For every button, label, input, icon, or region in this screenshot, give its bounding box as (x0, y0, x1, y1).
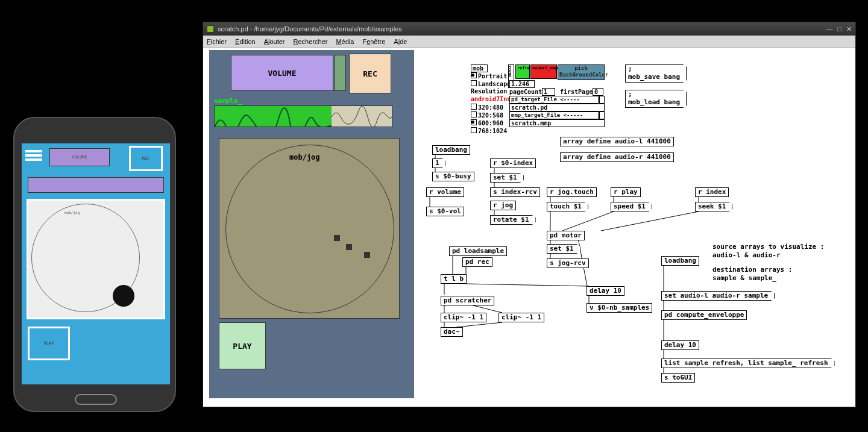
listrefresh-msg[interactable]: list sample refresh, list sample_ refres… (661, 358, 835, 368)
s-vol-obj[interactable]: s $0-vol (426, 207, 464, 216)
svg-line-20 (473, 305, 502, 313)
menu-window[interactable]: Fenêtre (362, 38, 385, 45)
gui-panel: VOLUME REC sample_ mob/jog (209, 50, 414, 398)
setaudio-msg[interactable]: set audio-l audio-r sample (661, 291, 775, 301)
r-play-obj[interactable]: r play (611, 187, 641, 197)
pd-compute-obj[interactable]: pd compute_enveloppe (661, 310, 747, 320)
res1-check[interactable] (471, 104, 477, 110)
mob-load-msg[interactable]: ;mob_load bang (625, 90, 687, 108)
menu-edit[interactable]: Édition (235, 38, 256, 45)
s-jogrcv-obj[interactable]: s jog-rcv (547, 258, 589, 268)
phone-jog-dot (113, 285, 134, 307)
res2-check[interactable] (471, 111, 477, 117)
jog-container: mob/jog (219, 138, 400, 319)
phone-volume-button[interactable]: VOLUME (49, 148, 110, 166)
pd-scratcher-obj[interactable]: pd scratcher (441, 296, 494, 305)
phone-jog-label: mob/jog (64, 210, 80, 214)
menu-media[interactable]: Média (336, 38, 354, 45)
res3-check[interactable] (471, 119, 477, 125)
menu-add[interactable]: Ajouter (264, 38, 285, 45)
landscape-check[interactable] (471, 80, 477, 86)
device-label: android7Inch (471, 96, 514, 102)
titlebar[interactable]: scratch.pd - /home/jyg/Documents/Pd/exte… (203, 22, 855, 36)
svg-line-11 (601, 211, 699, 231)
jog-dot (364, 252, 370, 258)
mob-label: mob (471, 64, 488, 72)
pd-rec-obj[interactable]: pd rec (462, 257, 492, 267)
volume-side[interactable] (334, 55, 346, 91)
r-index2-obj[interactable]: r index (695, 187, 729, 197)
s-indexrcv-obj[interactable]: s index-rcv (490, 187, 540, 197)
menu-file[interactable]: Fichier (207, 38, 227, 45)
pd-window: scratch.pd - /home/jyg/Documents/Pd/exte… (203, 22, 856, 407)
rec-button[interactable]: REC (349, 54, 391, 93)
firstpage-value[interactable]: 0 (593, 88, 603, 96)
export-button[interactable]: export_mmp (530, 64, 557, 79)
phone-rec-button[interactable]: REC (129, 146, 163, 171)
phone-waveform (28, 177, 164, 193)
reset-bang[interactable] (599, 96, 605, 104)
play-button[interactable]: PLAY (219, 322, 266, 369)
phone-screen: VOLUME REC mob/jog PLAY (22, 143, 170, 384)
speed-msg[interactable]: speed $1 (611, 202, 652, 211)
hamburger-icon[interactable] (25, 148, 42, 161)
r-jog-obj[interactable]: r jog (490, 201, 516, 210)
r-jogtouch-obj[interactable]: r jog.touch (547, 187, 597, 197)
refresh-button[interactable]: refresh (515, 64, 530, 79)
arraydef-l-obj[interactable]: array define audio-l 441000 (560, 137, 674, 146)
pick-bgcolor-button[interactable]: pickBackGroundColor (558, 64, 605, 80)
touch-msg[interactable]: touch $1 (547, 202, 588, 211)
close-icon[interactable]: ✕ (846, 25, 852, 33)
mob-save-msg[interactable]: ;mob_save bang (625, 64, 687, 83)
pagecount-value[interactable]: 1 (542, 88, 555, 96)
menu-search[interactable]: Rechercher (294, 38, 328, 45)
clip2-obj[interactable]: clip~ -1 1 (498, 313, 544, 322)
mmp-target-value[interactable]: scratch.mmp (509, 119, 605, 127)
jog-label: mob/jog (289, 153, 320, 161)
pagecount-label: pageCount (509, 89, 542, 95)
r-index-obj[interactable]: r $0-index (490, 158, 536, 168)
pd-motor-obj[interactable]: pd motor (547, 231, 585, 240)
loadbang-obj[interactable]: loadbang (432, 145, 470, 155)
clip1-obj[interactable]: clip~ -1 1 (441, 313, 486, 322)
menu-help[interactable]: Aide (394, 38, 407, 45)
waveform-display[interactable] (214, 105, 392, 127)
phone-home-button[interactable] (75, 394, 117, 405)
maximize-icon[interactable]: □ (837, 25, 841, 33)
mmp-target-label: mmp_target_File <----- browse (509, 111, 599, 119)
svg-line-22 (466, 284, 589, 286)
rotate-msg[interactable]: rotate $1 (490, 215, 536, 225)
browse-bang[interactable] (599, 111, 605, 119)
dac-obj[interactable]: dac~ (441, 327, 463, 337)
svg-line-21 (456, 322, 502, 327)
res4-check[interactable] (471, 127, 477, 133)
jog-dot (346, 244, 352, 250)
seek-msg[interactable]: seek $1 (695, 202, 732, 211)
zoom-value[interactable]: 1.246 (509, 80, 535, 88)
v-nbsamples-obj[interactable]: v $0-nb_samples (587, 303, 652, 313)
phone-play-button[interactable]: PLAY (28, 327, 70, 360)
volume-button[interactable]: VOLUME (231, 55, 333, 91)
loadbang2-obj[interactable]: loadbang (661, 256, 699, 266)
r-volume-obj[interactable]: r volume (426, 187, 464, 197)
jog-wheel[interactable] (225, 145, 394, 313)
one-msg[interactable]: 1 (432, 158, 446, 168)
set1-msg[interactable]: set $1 (490, 173, 524, 183)
minimize-icon[interactable]: — (826, 25, 832, 33)
window-title: scratch.pd - /home/jyg/Documents/Pd/exte… (218, 25, 402, 33)
pd-canvas[interactable]: VOLUME REC sample_ mob/jog (203, 48, 855, 407)
mob-control-panel: mob Portrait Landscape Resolution androi… (471, 64, 606, 136)
set1b-msg[interactable]: set $1 (547, 244, 580, 254)
arraydef-r-obj[interactable]: array define audio-r 441000 (560, 152, 674, 162)
pd-target-value[interactable]: scratch.pd (509, 104, 605, 111)
s-togui-obj[interactable]: s toGUI (661, 373, 695, 383)
phone-mockup: VOLUME REC mob/jog PLAY (13, 117, 176, 412)
delay10a-obj[interactable]: delay 10 (587, 286, 624, 296)
pd-target-label: pd_target_File <----- reset (509, 96, 599, 104)
s-busy-obj[interactable]: s $0-busy (432, 172, 474, 181)
comment-source-1: source arrays to visualize : (712, 243, 824, 251)
tlb-obj[interactable]: t l b (441, 274, 467, 284)
delay10b-obj[interactable]: delay 10 (661, 340, 699, 350)
portrait-check[interactable] (471, 72, 477, 78)
pd-loadsample-obj[interactable]: pd loadsample (449, 246, 507, 256)
